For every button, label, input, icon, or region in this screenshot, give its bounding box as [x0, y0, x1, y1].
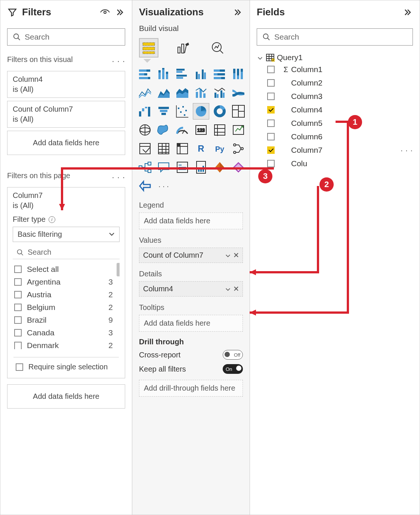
smart-narrative-icon[interactable]	[174, 159, 191, 176]
filter-value-item[interactable]: Argentina 3	[13, 276, 114, 288]
checkbox-icon[interactable]	[267, 93, 275, 100]
drill-through-drop[interactable]: Add drill-through fields here	[139, 380, 243, 397]
checkbox-icon[interactable]	[14, 304, 22, 311]
field-row-column3[interactable]: Column3	[250, 90, 420, 103]
combo-column-line2-icon[interactable]	[211, 84, 228, 101]
filter-values-search[interactable]: Search	[13, 246, 120, 259]
stacked-bar-icon[interactable]	[137, 66, 153, 82]
checkbox-icon[interactable]	[14, 278, 22, 286]
filter-value-item[interactable]: Brazil 9	[13, 314, 114, 326]
100-stacked-bar-icon[interactable]	[211, 66, 228, 82]
field-row-column1[interactable]: ΣColumn1	[250, 63, 420, 76]
table-icon[interactable]	[155, 140, 172, 157]
filter-value-item[interactable]: Canada 3	[13, 326, 114, 339]
chevron-down-icon[interactable]	[225, 285, 231, 293]
checkbox-icon[interactable]	[267, 79, 275, 87]
key-influencers-icon[interactable]	[230, 140, 247, 157]
stacked-column-icon[interactable]	[155, 66, 172, 82]
filter-values-list[interactable]: Select all Argentina 3 Austria 2 Belgium…	[13, 263, 120, 353]
multi-row-card-icon[interactable]	[211, 122, 228, 138]
power-apps-icon[interactable]	[211, 159, 228, 176]
values-field-pill[interactable]: Count of Column7	[139, 248, 243, 263]
clustered-column-icon[interactable]	[193, 66, 209, 82]
fields-search[interactable]: Search	[257, 28, 413, 46]
details-field-pill[interactable]: Column4	[139, 281, 243, 297]
combo-column-line-icon[interactable]	[193, 84, 209, 101]
filters-page-drop[interactable]: Add data fields here	[7, 384, 125, 409]
checkbox-icon[interactable]	[14, 291, 22, 298]
area-chart-icon[interactable]	[155, 84, 172, 101]
filter-value-item[interactable]: Denmark 2	[13, 339, 114, 352]
collapse-icon[interactable]	[232, 7, 243, 18]
checkbox-icon[interactable]	[16, 363, 23, 371]
build-visual-tab[interactable]	[139, 38, 158, 58]
checkbox-icon[interactable]	[267, 146, 275, 154]
require-single-selection[interactable]: Require single selection	[13, 357, 119, 373]
legend-drop[interactable]: Add data fields here	[139, 212, 243, 229]
scatter-chart-icon[interactable]	[174, 103, 191, 120]
stacked-area-icon[interactable]	[174, 84, 191, 101]
filters-visual-drop[interactable]: Add data fields here	[7, 131, 125, 155]
get-more-visuals-icon[interactable]	[137, 178, 153, 194]
field-row-column7[interactable]: Column7· · ·	[250, 143, 420, 157]
collapse-icon[interactable]	[402, 7, 413, 18]
decomposition-tree-icon[interactable]	[137, 159, 153, 176]
filter-card-page-column7[interactable]: Column7 is (All) Filter type i Basic fil…	[7, 187, 125, 378]
filter-value-item[interactable]: Select all	[13, 263, 114, 276]
checkbox-icon[interactable]	[14, 329, 22, 336]
slicer-icon[interactable]	[137, 140, 153, 157]
more-icon[interactable]: . . .	[112, 55, 125, 64]
remove-icon[interactable]	[234, 285, 239, 293]
filter-value-item[interactable]: Austria 2	[13, 288, 114, 301]
filled-map-icon[interactable]	[155, 122, 172, 138]
map-icon[interactable]	[137, 122, 153, 138]
checkbox-icon[interactable]	[14, 266, 22, 273]
field-row-colu[interactable]: Colu	[250, 157, 420, 170]
py-visual-icon[interactable]: Py	[211, 140, 228, 157]
clustered-bar-icon[interactable]	[174, 66, 191, 82]
card-icon[interactable]: 123	[193, 122, 209, 138]
checkbox-icon[interactable]	[267, 133, 275, 140]
power-automate-icon[interactable]	[230, 159, 247, 176]
field-row-column6[interactable]: Column6	[250, 130, 420, 143]
field-row-column5[interactable]: Column5	[250, 117, 420, 130]
checkbox-icon[interactable]	[267, 66, 275, 73]
donut-chart-icon[interactable]	[211, 103, 228, 120]
ribbon-chart-icon[interactable]	[230, 84, 247, 101]
gauge-icon[interactable]	[174, 122, 191, 138]
filter-type-select[interactable]: Basic filtering	[13, 227, 120, 242]
treemap-icon[interactable]	[230, 103, 247, 120]
info-icon[interactable]: i	[49, 216, 55, 223]
qa-visual-icon[interactable]	[155, 159, 172, 176]
kpi-icon[interactable]	[230, 122, 247, 138]
field-row-column2[interactable]: Column2	[250, 76, 420, 90]
checkbox-icon[interactable]	[267, 106, 275, 114]
remove-icon[interactable]	[234, 251, 239, 260]
pie-chart-icon[interactable]	[193, 103, 209, 120]
more-icon[interactable]: · · ·	[401, 146, 413, 155]
more-icon[interactable]: . . .	[112, 171, 125, 180]
keep-filters-toggle[interactable]: On	[223, 364, 243, 374]
filter-value-item[interactable]: Belgium 2	[13, 301, 114, 314]
waterfall-icon[interactable]	[137, 103, 153, 120]
checkbox-icon[interactable]	[14, 316, 22, 324]
filter-card-count-column7[interactable]: Count of Column7 is (All)	[7, 101, 125, 128]
filter-card-column4[interactable]: Column4 is (All)	[7, 71, 125, 98]
table-row[interactable]: Query1	[250, 52, 420, 63]
checkbox-icon[interactable]	[267, 120, 275, 127]
r-visual-icon[interactable]: R	[193, 140, 209, 157]
eye-icon[interactable]	[100, 7, 110, 18]
100-stacked-column-icon[interactable]	[230, 66, 247, 82]
field-row-column4[interactable]: Column4	[250, 103, 420, 117]
paginated-report-icon[interactable]	[193, 159, 209, 176]
scrollbar[interactable]	[117, 263, 120, 276]
format-visual-tab[interactable]	[173, 38, 193, 58]
chevron-down-icon[interactable]	[225, 251, 231, 260]
matrix-icon[interactable]	[174, 140, 191, 157]
cross-report-toggle[interactable]: Off	[223, 350, 243, 360]
filters-search[interactable]: Search	[7, 28, 125, 46]
more-visuals-icon[interactable]: · · ·	[155, 178, 172, 194]
line-chart-icon[interactable]	[137, 84, 153, 101]
tooltips-drop[interactable]: Add data fields here	[139, 315, 243, 332]
collapse-icon[interactable]	[115, 7, 125, 18]
